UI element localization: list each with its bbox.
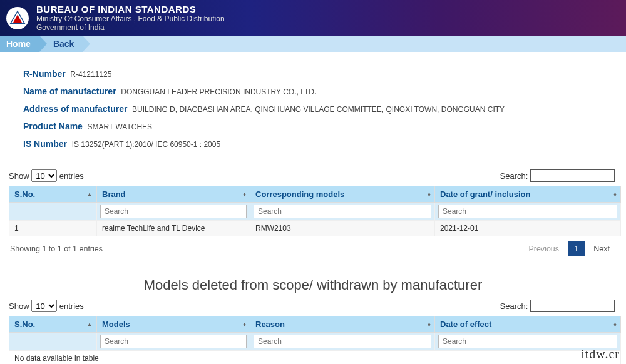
col-reason-2[interactable]: Reason♦	[250, 316, 435, 333]
col-models-2[interactable]: Models♦	[97, 316, 250, 333]
show-label-2: Show	[9, 301, 29, 311]
filter-models[interactable]	[254, 205, 431, 218]
entries-label-2: entries	[59, 301, 84, 311]
col-brand[interactable]: Brand♦	[97, 186, 250, 203]
search-input[interactable]	[530, 169, 615, 182]
address-label: Address of manufacturer	[23, 104, 127, 114]
col-date[interactable]: Date of grant/ inclusion♦	[435, 186, 621, 203]
r-number-value: R-41211125	[70, 70, 111, 79]
col-models[interactable]: Corresponding models♦	[250, 186, 435, 203]
table1-info: Showing 1 to 1 of 1 entries	[10, 245, 103, 253]
filter-row	[9, 203, 621, 221]
ministry-line: Ministry Of Consumer Affairs , Food & Pu…	[36, 14, 225, 23]
cell-models: RMW2103	[250, 221, 435, 236]
filter-reason-2[interactable]	[254, 335, 431, 348]
filter-date-2[interactable]	[438, 335, 617, 348]
col-sno-2[interactable]: S.No.▲	[9, 316, 97, 333]
watermark: itdw.cr	[581, 347, 620, 361]
cell-sno: 1	[9, 221, 97, 236]
breadcrumb-home[interactable]: Home	[0, 36, 39, 52]
previous-button[interactable]: Previous	[523, 242, 564, 256]
cell-brand: realme TechLife and TL Device	[97, 221, 250, 236]
bis-logo-icon	[9, 9, 26, 27]
search-label-2: Search:	[500, 301, 528, 311]
sort-icon: ♦	[428, 323, 431, 326]
deleted-models-title: Models deleted from scope/ withdrawn by …	[9, 277, 617, 293]
sort-icon: ♦	[613, 193, 617, 196]
filter-models-2[interactable]	[100, 335, 247, 348]
table1-controls: Show 10 entries Search:	[9, 169, 615, 182]
next-button[interactable]: Next	[588, 242, 615, 256]
product-label: Product Name	[23, 121, 83, 131]
gov-line: Government of India	[36, 23, 225, 32]
sort-icon: ♦	[243, 193, 246, 196]
manufacturer-label: Name of manufacturer	[23, 86, 116, 96]
col-sno[interactable]: S.No.▲	[9, 186, 97, 203]
org-name: BUREAU OF INDIAN STANDARDS	[36, 4, 225, 14]
cell-date: 2021-12-01	[435, 221, 621, 236]
site-header: BUREAU OF INDIAN STANDARDS Ministry Of C…	[0, 0, 626, 36]
manufacturer-value: DONGGUAN LEADER PRECISION INDUSTRY CO., …	[121, 88, 316, 96]
deleted-models-table: S.No.▲ Models♦ Reason♦ Date of effect♦ N…	[9, 316, 621, 364]
nodata-row: No data available in table	[9, 351, 621, 365]
search-label: Search:	[500, 171, 528, 181]
page-1-button[interactable]: 1	[568, 241, 585, 256]
show-label: Show	[9, 171, 29, 181]
col-date-2[interactable]: Date of effect♦	[435, 316, 621, 333]
entries-select[interactable]: 10	[31, 169, 57, 182]
entries-label: entries	[59, 171, 84, 181]
table-row: 1 realme TechLife and TL Device RMW2103 …	[9, 221, 621, 236]
sort-icon: ♦	[243, 323, 246, 326]
models-table: S.No.▲ Brand♦ Corresponding models♦ Date…	[9, 186, 621, 236]
filter-date[interactable]	[438, 205, 617, 218]
sort-icon: ♦	[613, 323, 617, 326]
breadcrumb: Home Back	[0, 36, 626, 52]
table1-pager: Previous 1 Next	[523, 241, 615, 256]
is-number-value: IS 13252(PART 1):2010/ IEC 60950-1 : 200…	[72, 140, 221, 149]
search-input-2[interactable]	[530, 300, 615, 312]
bis-logo	[6, 7, 29, 29]
filter-row-2	[9, 333, 621, 351]
address-value: BUILDING D, DIAOBASHAN AREA, QINGHUANG V…	[132, 105, 505, 114]
nodata-text: No data available in table	[9, 351, 621, 365]
details-panel: R-Number R-41211125 Name of manufacturer…	[9, 61, 617, 158]
r-number-label: R-Number	[23, 69, 66, 79]
is-number-label: IS Number	[23, 139, 67, 149]
sort-icon: ▲	[86, 323, 93, 326]
product-value: SMART WATCHES	[88, 123, 153, 131]
table2-controls: Show 10 entries Search:	[9, 300, 615, 312]
sort-icon: ▲	[86, 193, 93, 196]
entries-select-2[interactable]: 10	[31, 300, 57, 312]
sort-icon: ♦	[428, 193, 431, 196]
filter-brand[interactable]	[100, 205, 247, 218]
